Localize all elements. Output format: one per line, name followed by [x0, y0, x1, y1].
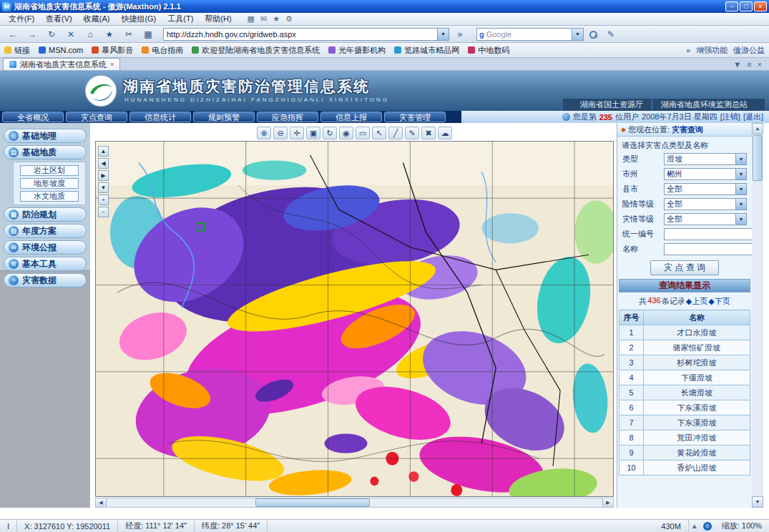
logout-link[interactable]: [注销] [720, 112, 740, 122]
page-vertical-scrollbar[interactable]: ▲ ▼ [752, 123, 763, 508]
disaster-point-link[interactable]: 杉树坨滑坡 [644, 355, 750, 370]
grid-icon[interactable]: ▦ [248, 14, 255, 24]
disaster-point-link[interactable]: 黄花岭滑坡 [644, 445, 750, 460]
name-input[interactable] [664, 243, 752, 255]
zoom-level[interactable]: 缩放: 100% [715, 520, 769, 532]
disaster-point-link[interactable]: 香炉山滑坡 [644, 460, 750, 476]
address-dropdown-icon[interactable]: ▼ [437, 29, 449, 40]
nav-tab-statistics[interactable]: 信息统计 [129, 112, 191, 122]
chevron-down-icon[interactable]: ▼ [735, 199, 746, 210]
pan-up-icon[interactable]: ▲ [98, 146, 109, 157]
link-item-welcome[interactable]: 欢迎登陆湖南省地质灾害信息系统 [192, 45, 320, 56]
sidebar-item-annual-scheme[interactable]: ▧ 年度方案 [4, 224, 87, 238]
header-link-land-resources[interactable]: 湖南省国土资源厅 [572, 99, 652, 110]
home-icon[interactable]: ⌂ [82, 27, 99, 41]
chevron-down-icon[interactable]: ▼ [735, 169, 746, 179]
sidebar-item-basic-geography[interactable]: ◎ 基础地理 [4, 129, 87, 143]
minimize-button[interactable]: – [725, 1, 738, 11]
pan-left-icon[interactable]: ◀ [98, 158, 109, 169]
header-link-geo-monitoring[interactable]: 湖南省地质环境监测总站 [652, 99, 756, 110]
vscroll-thumb[interactable] [753, 135, 763, 181]
forward-icon[interactable]: → [24, 27, 41, 41]
scroll-right-icon[interactable]: ▶ [602, 498, 613, 507]
disaster-point-link[interactable]: 长塘滑坡 [644, 385, 750, 400]
search-box[interactable]: g Google ▼ [476, 28, 584, 41]
scroll-up-icon[interactable]: ▲ [752, 123, 763, 134]
zoom-in-icon[interactable]: ⊕ [257, 127, 271, 139]
enhance-features-link[interactable]: 增强功能 [696, 45, 728, 56]
type-select[interactable]: 滑坡 ▼ [664, 153, 747, 165]
link-item-zhongdi[interactable]: 中地数码 [468, 45, 509, 56]
mail-icon[interactable]: ✉ [260, 14, 267, 24]
map-refresh-icon[interactable]: ↻ [323, 127, 337, 139]
sidebar-subitem-terrain-slope[interactable]: 地形坡度 [20, 178, 79, 189]
full-extent-icon[interactable]: ▣ [306, 127, 320, 139]
city-select[interactable]: 郴州 ▼ [664, 168, 747, 180]
unified-id-input[interactable] [664, 228, 752, 240]
next-page-link[interactable]: ◆下页 [708, 296, 730, 307]
disaster-level-select[interactable]: 全部 ▼ [664, 213, 747, 225]
map-zoom-out-icon[interactable]: − [98, 207, 109, 217]
link-item-msn[interactable]: MSN.com [39, 46, 83, 54]
county-select[interactable]: 全部 ▼ [664, 183, 747, 195]
measure-icon[interactable]: ╱ [388, 127, 403, 139]
sidebar-item-basic-geology[interactable]: ▤ 基础地质 [4, 145, 87, 159]
close-button[interactable]: × [754, 1, 767, 11]
menu-groups[interactable]: 快捷组(G) [115, 13, 162, 25]
map-zoom-in-icon[interactable]: + [98, 194, 109, 205]
select-arrow-icon[interactable]: ↖ [372, 127, 386, 139]
draw-icon[interactable]: ✎ [405, 127, 419, 139]
select-rect-icon[interactable]: ▭ [356, 127, 370, 139]
chevron-down-icon[interactable]: ▼ [735, 214, 746, 225]
menu-file[interactable]: 文件(F) [3, 13, 40, 25]
plugins-icon[interactable]: ▦ [139, 27, 157, 41]
sidebar-item-disaster-data[interactable]: ◔ 灾害数据 [4, 273, 87, 287]
zoom-out-icon[interactable]: ⊖ [273, 127, 288, 139]
pan-down-icon[interactable]: ▼ [98, 182, 109, 193]
risk-level-select[interactable]: 全部 ▼ [664, 198, 747, 210]
star-icon[interactable]: ★ [273, 14, 280, 24]
link-item-baofeng[interactable]: 暴风影音 [92, 45, 133, 56]
tab-close-icon[interactable]: × [110, 61, 114, 68]
layers-icon[interactable]: ☁ [438, 127, 452, 139]
favorites-icon[interactable]: ★ [101, 27, 118, 41]
pan-right-icon[interactable]: ▶ [98, 170, 109, 181]
geological-map[interactable]: ▲ ◀ ▶ ▼ + − [95, 141, 614, 497]
scroll-left-icon[interactable]: ◀ [96, 498, 107, 507]
edit-icon[interactable]: ✎ [602, 27, 619, 41]
exit-link[interactable]: [退出] [743, 112, 763, 122]
link-item-photo[interactable]: 光年摄影机构 [328, 45, 386, 56]
disaster-query-button[interactable]: 灾 点 查 询 [650, 260, 719, 275]
back-icon[interactable]: ← [4, 27, 21, 41]
nav-tab-warning[interactable]: 规则预警 [193, 112, 255, 122]
identify-icon[interactable]: ◉ [339, 127, 353, 139]
gear-icon[interactable]: ⚙ [285, 14, 293, 24]
nav-tab-disaster-query[interactable]: 灾点查询 [66, 112, 127, 122]
chevron-down-icon[interactable]: ▼ [735, 184, 746, 194]
link-item-links[interactable]: 链接 [4, 45, 30, 56]
scroll-down-icon[interactable]: ▼ [752, 496, 763, 508]
search-icon[interactable] [589, 30, 597, 39]
screenshot-icon[interactable]: ✂ [120, 27, 137, 41]
disaster-point-link[interactable]: 下东溪滑坡 [644, 400, 750, 415]
sidebar-item-prevention-plan[interactable]: ▦ 防治规划 [4, 207, 87, 222]
more-links-icon[interactable]: » [686, 46, 690, 54]
pan-icon[interactable]: ✛ [290, 127, 304, 139]
tab-active[interactable]: 湖南省地质灾害信息系统 × [3, 58, 120, 70]
sidebar-subitem-rock-zoning[interactable]: 岩土区划 [20, 165, 79, 176]
maximize-button[interactable]: □ [740, 1, 753, 11]
menu-tools[interactable]: 工具(T) [162, 13, 199, 25]
disaster-point-link[interactable]: 骆家恒矿滑坡 [644, 340, 750, 355]
stop-icon[interactable]: ✕ [62, 27, 79, 41]
sidebar-item-environment-bulletin[interactable]: ✉ 环境公报 [4, 240, 87, 255]
nav-tab-overview[interactable]: 全省概况 [2, 112, 64, 122]
address-bar[interactable]: http://dzzh.hndh.gov.cn/gridweb.aspx ▼ [163, 28, 449, 41]
nav-tab-emergency[interactable]: 应急指挥 [257, 112, 318, 122]
menu-favorites[interactable]: 收藏(A) [78, 13, 116, 25]
link-item-radio[interactable]: 电台指南 [142, 45, 183, 56]
address-url[interactable]: http://dzzh.hndh.gov.cn/gridweb.aspx [164, 30, 437, 39]
hscroll-thumb[interactable] [255, 498, 370, 507]
disaster-point-link[interactable]: 才口水滑坡 [644, 325, 750, 340]
search-engine-label[interactable]: Google [486, 30, 572, 39]
maxthon-charity-link[interactable]: 傲游公益 [733, 45, 765, 56]
